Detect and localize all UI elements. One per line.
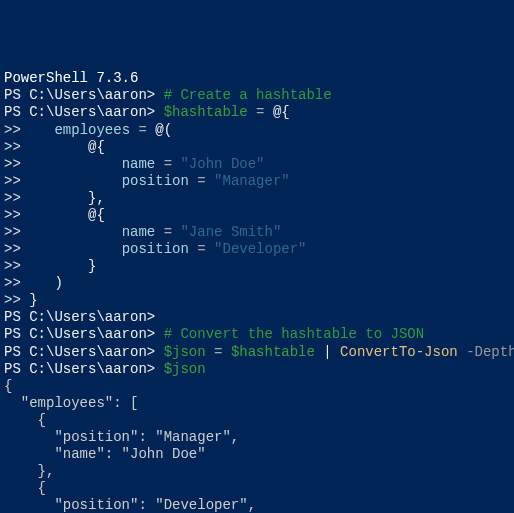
property-employees: employees — [54, 122, 130, 138]
cmdlet-convertto-json: ConvertTo-Json — [340, 344, 458, 360]
pipe-operator: | — [315, 344, 340, 360]
continuation: >> — [4, 241, 21, 257]
indent — [21, 275, 55, 291]
literal: @( — [155, 122, 172, 138]
prompt: PS C:\Users\aaron> — [4, 309, 155, 325]
continuation: >> — [4, 190, 21, 206]
indent — [21, 241, 122, 257]
json-output: { — [4, 412, 46, 428]
continuation: >> — [4, 207, 21, 223]
operator: = — [189, 173, 214, 189]
property-position: position — [122, 241, 189, 257]
operator: = — [155, 156, 180, 172]
indent — [21, 173, 122, 189]
prompt: PS C:\Users\aaron> — [4, 104, 155, 120]
prompt: PS C:\Users\aaron> — [4, 344, 155, 360]
string-developer: "Developer" — [214, 241, 306, 257]
property-name: name — [122, 156, 156, 172]
prompt: PS C:\Users\aaron> — [4, 326, 155, 342]
json-output: }, — [4, 463, 54, 479]
literal: } — [88, 258, 96, 274]
terminal[interactable]: PowerShell 7.3.6 PS C:\Users\aaron> # Cr… — [4, 70, 510, 513]
property-position: position — [122, 173, 189, 189]
string-jane-smith: "Jane Smith" — [180, 224, 281, 240]
param-depth: -Depth — [458, 344, 514, 360]
json-output: "employees": [ — [4, 395, 138, 411]
json-output: "position": "Manager", — [4, 429, 239, 445]
json-output: "position": "Developer", — [4, 497, 256, 513]
indent — [21, 258, 88, 274]
variable-json: $json — [164, 361, 206, 377]
operator: = — [130, 122, 155, 138]
literal: }, — [88, 190, 105, 206]
json-output: "name": "John Doe" — [4, 446, 206, 462]
comment: # Create a hashtable — [164, 87, 332, 103]
json-output: { — [4, 378, 12, 394]
continuation: >> — [4, 139, 21, 155]
variable-hashtable: $hashtable — [164, 104, 248, 120]
operator: = — [189, 241, 214, 257]
indent — [21, 156, 122, 172]
continuation: >> — [4, 173, 21, 189]
property-name: name — [122, 224, 156, 240]
variable-json: $json — [164, 344, 206, 360]
indent — [21, 190, 88, 206]
continuation: >> — [4, 156, 21, 172]
literal: @{ — [88, 207, 105, 223]
string-manager: "Manager" — [214, 173, 290, 189]
operator: = — [155, 224, 180, 240]
operator: = — [248, 104, 273, 120]
terminal-title: PowerShell 7.3.6 — [4, 70, 138, 86]
continuation: >> — [4, 224, 21, 240]
literal: ) — [54, 275, 62, 291]
comment: # Convert the hashtable to JSON — [164, 326, 424, 342]
json-output: { — [4, 480, 46, 496]
variable-hashtable: $hashtable — [231, 344, 315, 360]
continuation: >> — [4, 122, 21, 138]
indent — [21, 224, 122, 240]
operator: = — [206, 344, 231, 360]
literal: @{ — [273, 104, 290, 120]
prompt: PS C:\Users\aaron> — [4, 87, 155, 103]
indent — [21, 139, 88, 155]
continuation: >> — [4, 292, 21, 308]
literal: @{ — [88, 139, 105, 155]
literal: } — [29, 292, 37, 308]
indent — [21, 207, 88, 223]
string-john-doe: "John Doe" — [180, 156, 264, 172]
continuation: >> — [4, 258, 21, 274]
continuation: >> — [4, 275, 21, 291]
indent — [21, 122, 55, 138]
prompt: PS C:\Users\aaron> — [4, 361, 155, 377]
